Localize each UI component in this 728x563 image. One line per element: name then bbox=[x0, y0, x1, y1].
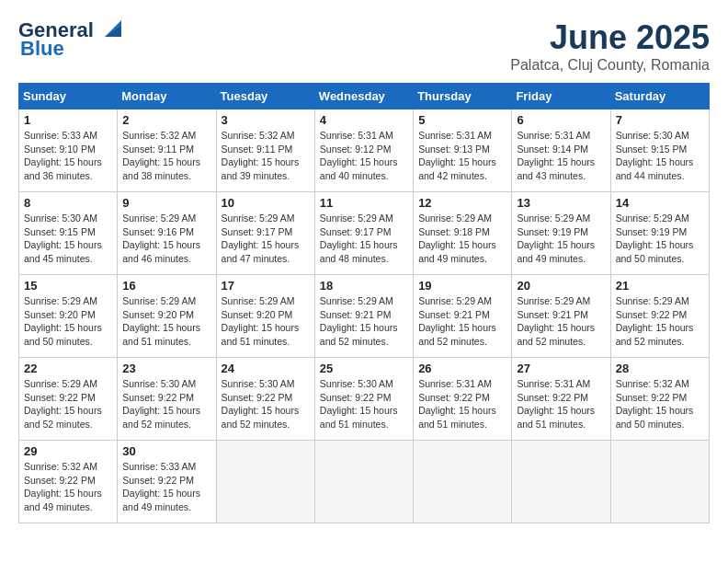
col-sunday: Sunday bbox=[19, 84, 118, 109]
table-row: 3 Sunrise: 5:32 AMSunset: 9:11 PMDayligh… bbox=[216, 109, 314, 192]
logo: General Blue bbox=[18, 18, 121, 61]
day-info: Sunrise: 5:29 AMSunset: 9:17 PMDaylight:… bbox=[222, 213, 300, 264]
day-info: Sunrise: 5:31 AMSunset: 9:22 PMDaylight:… bbox=[517, 378, 595, 430]
col-saturday: Saturday bbox=[610, 84, 709, 109]
day-number: 6 bbox=[517, 113, 605, 127]
day-info: Sunrise: 5:29 AMSunset: 9:19 PMDaylight:… bbox=[517, 213, 595, 264]
day-number: 5 bbox=[418, 113, 506, 127]
day-info: Sunrise: 5:29 AMSunset: 9:21 PMDaylight:… bbox=[320, 295, 398, 347]
table-row: 30 Sunrise: 5:33 AMSunset: 9:22 PMDaylig… bbox=[118, 441, 216, 523]
col-friday: Friday bbox=[512, 84, 610, 109]
calendar-week-row: 1 Sunrise: 5:33 AMSunset: 9:10 PMDayligh… bbox=[19, 109, 710, 192]
day-info: Sunrise: 5:29 AMSunset: 9:19 PMDaylight:… bbox=[616, 213, 694, 264]
day-info: Sunrise: 5:32 AMSunset: 9:11 PMDaylight:… bbox=[122, 130, 200, 181]
day-number: 10 bbox=[222, 196, 310, 210]
calendar-table: Sunday Monday Tuesday Wednesday Thursday… bbox=[18, 83, 710, 523]
table-row: 20 Sunrise: 5:29 AMSunset: 9:21 PMDaylig… bbox=[512, 275, 610, 358]
col-thursday: Thursday bbox=[414, 84, 512, 109]
logo-bird-icon bbox=[96, 20, 121, 40]
day-info: Sunrise: 5:32 AMSunset: 9:22 PMDaylight:… bbox=[24, 461, 102, 512]
table-row bbox=[314, 441, 413, 523]
day-number: 19 bbox=[418, 279, 506, 293]
calendar-header-row: Sunday Monday Tuesday Wednesday Thursday… bbox=[19, 84, 710, 109]
table-row: 29 Sunrise: 5:32 AMSunset: 9:22 PMDaylig… bbox=[19, 441, 118, 523]
page-subtitle: Palatca, Cluj County, Romania bbox=[510, 57, 710, 74]
page-header: General Blue June 2025 Palatca, Cluj Cou… bbox=[18, 18, 710, 74]
day-info: Sunrise: 5:30 AMSunset: 9:15 PMDaylight:… bbox=[616, 130, 694, 181]
calendar-week-row: 15 Sunrise: 5:29 AMSunset: 9:20 PMDaylig… bbox=[19, 275, 710, 358]
day-number: 25 bbox=[320, 362, 408, 375]
table-row: 19 Sunrise: 5:29 AMSunset: 9:21 PMDaylig… bbox=[414, 275, 512, 358]
day-info: Sunrise: 5:31 AMSunset: 9:13 PMDaylight:… bbox=[418, 130, 496, 181]
calendar-week-row: 29 Sunrise: 5:32 AMSunset: 9:22 PMDaylig… bbox=[19, 441, 710, 523]
table-row bbox=[414, 441, 512, 523]
table-row: 26 Sunrise: 5:31 AMSunset: 9:22 PMDaylig… bbox=[414, 358, 512, 441]
day-number: 30 bbox=[122, 444, 210, 458]
table-row: 10 Sunrise: 5:29 AMSunset: 9:17 PMDaylig… bbox=[216, 192, 314, 275]
table-row: 2 Sunrise: 5:32 AMSunset: 9:11 PMDayligh… bbox=[118, 109, 216, 192]
day-info: Sunrise: 5:31 AMSunset: 9:12 PMDaylight:… bbox=[320, 130, 398, 181]
day-number: 26 bbox=[418, 362, 506, 375]
table-row: 8 Sunrise: 5:30 AMSunset: 9:15 PMDayligh… bbox=[19, 192, 118, 275]
day-info: Sunrise: 5:29 AMSunset: 9:20 PMDaylight:… bbox=[24, 295, 102, 347]
table-row: 24 Sunrise: 5:30 AMSunset: 9:22 PMDaylig… bbox=[216, 358, 314, 441]
table-row: 7 Sunrise: 5:30 AMSunset: 9:15 PMDayligh… bbox=[610, 109, 709, 192]
table-row: 23 Sunrise: 5:30 AMSunset: 9:22 PMDaylig… bbox=[118, 358, 216, 441]
table-row: 15 Sunrise: 5:29 AMSunset: 9:20 PMDaylig… bbox=[19, 275, 118, 358]
day-info: Sunrise: 5:30 AMSunset: 9:22 PMDaylight:… bbox=[222, 378, 300, 430]
day-number: 13 bbox=[517, 196, 605, 210]
day-number: 17 bbox=[222, 279, 310, 293]
table-row: 25 Sunrise: 5:30 AMSunset: 9:22 PMDaylig… bbox=[314, 358, 413, 441]
day-info: Sunrise: 5:33 AMSunset: 9:22 PMDaylight:… bbox=[122, 461, 200, 512]
day-info: Sunrise: 5:29 AMSunset: 9:20 PMDaylight:… bbox=[222, 295, 300, 347]
day-info: Sunrise: 5:29 AMSunset: 9:16 PMDaylight:… bbox=[122, 213, 200, 264]
day-info: Sunrise: 5:29 AMSunset: 9:21 PMDaylight:… bbox=[418, 295, 496, 347]
day-info: Sunrise: 5:32 AMSunset: 9:11 PMDaylight:… bbox=[222, 130, 300, 181]
day-number: 22 bbox=[24, 362, 112, 375]
table-row: 16 Sunrise: 5:29 AMSunset: 9:20 PMDaylig… bbox=[118, 275, 216, 358]
table-row: 9 Sunrise: 5:29 AMSunset: 9:16 PMDayligh… bbox=[118, 192, 216, 275]
day-info: Sunrise: 5:29 AMSunset: 9:17 PMDaylight:… bbox=[320, 213, 398, 264]
day-number: 21 bbox=[616, 279, 704, 293]
day-info: Sunrise: 5:29 AMSunset: 9:22 PMDaylight:… bbox=[24, 378, 102, 430]
day-number: 29 bbox=[24, 444, 112, 458]
day-number: 9 bbox=[122, 196, 210, 210]
table-row: 21 Sunrise: 5:29 AMSunset: 9:22 PMDaylig… bbox=[610, 275, 709, 358]
day-info: Sunrise: 5:31 AMSunset: 9:22 PMDaylight:… bbox=[418, 378, 496, 430]
day-info: Sunrise: 5:29 AMSunset: 9:18 PMDaylight:… bbox=[418, 213, 496, 264]
col-monday: Monday bbox=[118, 84, 216, 109]
day-number: 23 bbox=[122, 362, 210, 375]
day-number: 2 bbox=[122, 113, 210, 127]
calendar-week-row: 22 Sunrise: 5:29 AMSunset: 9:22 PMDaylig… bbox=[19, 358, 710, 441]
table-row: 17 Sunrise: 5:29 AMSunset: 9:20 PMDaylig… bbox=[216, 275, 314, 358]
col-tuesday: Tuesday bbox=[216, 84, 314, 109]
table-row: 11 Sunrise: 5:29 AMSunset: 9:17 PMDaylig… bbox=[314, 192, 413, 275]
day-number: 7 bbox=[616, 113, 704, 127]
table-row: 5 Sunrise: 5:31 AMSunset: 9:13 PMDayligh… bbox=[414, 109, 512, 192]
logo-text-blue: Blue bbox=[20, 37, 64, 61]
day-number: 24 bbox=[222, 362, 310, 375]
day-number: 28 bbox=[616, 362, 704, 375]
title-area: June 2025 Palatca, Cluj County, Romania bbox=[510, 18, 710, 74]
table-row: 4 Sunrise: 5:31 AMSunset: 9:12 PMDayligh… bbox=[314, 109, 413, 192]
day-number: 12 bbox=[418, 196, 506, 210]
table-row: 13 Sunrise: 5:29 AMSunset: 9:19 PMDaylig… bbox=[512, 192, 610, 275]
day-number: 18 bbox=[320, 279, 408, 293]
col-wednesday: Wednesday bbox=[314, 84, 413, 109]
calendar-week-row: 8 Sunrise: 5:30 AMSunset: 9:15 PMDayligh… bbox=[19, 192, 710, 275]
day-number: 8 bbox=[24, 196, 112, 210]
table-row: 27 Sunrise: 5:31 AMSunset: 9:22 PMDaylig… bbox=[512, 358, 610, 441]
day-number: 4 bbox=[320, 113, 408, 127]
table-row: 28 Sunrise: 5:32 AMSunset: 9:22 PMDaylig… bbox=[610, 358, 709, 441]
table-row: 6 Sunrise: 5:31 AMSunset: 9:14 PMDayligh… bbox=[512, 109, 610, 192]
table-row: 12 Sunrise: 5:29 AMSunset: 9:18 PMDaylig… bbox=[414, 192, 512, 275]
day-number: 14 bbox=[616, 196, 704, 210]
page-title: June 2025 bbox=[510, 18, 710, 57]
day-number: 1 bbox=[24, 113, 112, 127]
day-info: Sunrise: 5:29 AMSunset: 9:20 PMDaylight:… bbox=[122, 295, 200, 347]
day-number: 3 bbox=[222, 113, 310, 127]
table-row: 1 Sunrise: 5:33 AMSunset: 9:10 PMDayligh… bbox=[19, 109, 118, 192]
day-number: 11 bbox=[320, 196, 408, 210]
day-info: Sunrise: 5:30 AMSunset: 9:15 PMDaylight:… bbox=[24, 213, 102, 264]
table-row bbox=[610, 441, 709, 523]
